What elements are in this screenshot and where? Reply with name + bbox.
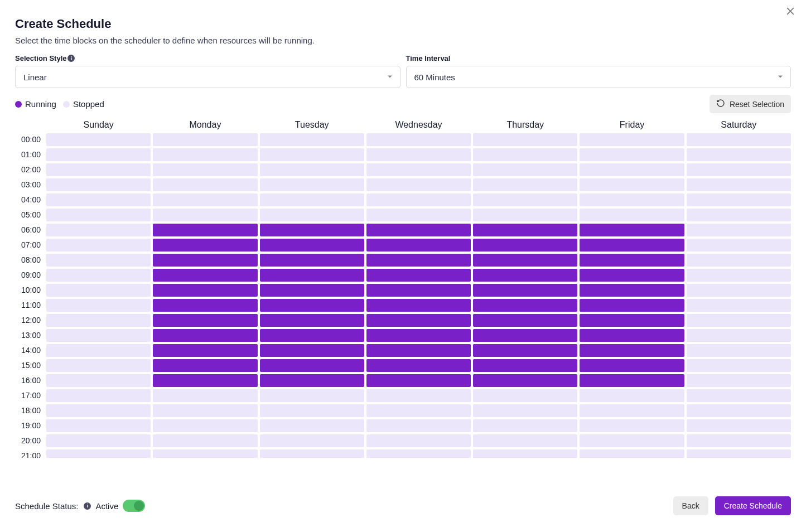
back-button[interactable]: Back: [673, 496, 708, 515]
schedule-cell[interactable]: [580, 178, 684, 191]
schedule-cell[interactable]: [580, 284, 684, 297]
schedule-cell[interactable]: [687, 374, 791, 387]
schedule-cell[interactable]: [46, 163, 151, 176]
schedule-cell[interactable]: [366, 389, 471, 402]
schedule-cell[interactable]: [46, 419, 151, 432]
schedule-cell[interactable]: [153, 194, 257, 206]
schedule-cell[interactable]: [46, 344, 151, 357]
close-button[interactable]: [785, 6, 798, 19]
schedule-cell[interactable]: [46, 449, 151, 458]
schedule-cell[interactable]: [687, 284, 791, 297]
selection-style-select[interactable]: Linear: [15, 66, 400, 88]
schedule-cell[interactable]: [260, 178, 364, 191]
schedule-cell[interactable]: [580, 389, 684, 402]
schedule-cell[interactable]: [580, 419, 684, 432]
schedule-cell[interactable]: [473, 209, 577, 221]
schedule-cell[interactable]: [260, 133, 364, 146]
schedule-cell[interactable]: [153, 209, 257, 221]
schedule-cell[interactable]: [366, 269, 471, 282]
schedule-cell[interactable]: [153, 269, 257, 282]
schedule-cell[interactable]: [580, 299, 684, 312]
schedule-cell[interactable]: [473, 148, 577, 161]
schedule-cell[interactable]: [687, 194, 791, 206]
schedule-cell[interactable]: [473, 254, 577, 267]
schedule-cell[interactable]: [153, 254, 257, 267]
schedule-cell[interactable]: [46, 254, 151, 267]
schedule-cell[interactable]: [366, 374, 471, 387]
schedule-cell[interactable]: [687, 434, 791, 447]
schedule-cell[interactable]: [580, 148, 684, 161]
schedule-cell[interactable]: [580, 434, 684, 447]
schedule-cell[interactable]: [260, 194, 364, 206]
schedule-cell[interactable]: [366, 359, 471, 372]
info-icon[interactable]: i: [84, 502, 91, 510]
schedule-cell[interactable]: [687, 254, 791, 267]
schedule-cell[interactable]: [580, 344, 684, 357]
schedule-cell[interactable]: [687, 133, 791, 146]
schedule-cell[interactable]: [153, 224, 257, 236]
schedule-cell[interactable]: [580, 239, 684, 252]
schedule-cell[interactable]: [473, 434, 577, 447]
schedule-cell[interactable]: [687, 359, 791, 372]
schedule-cell[interactable]: [366, 449, 471, 458]
schedule-cell[interactable]: [580, 209, 684, 221]
schedule-cell[interactable]: [153, 419, 257, 432]
schedule-cell[interactable]: [366, 284, 471, 297]
schedule-cell[interactable]: [260, 329, 364, 342]
schedule-cell[interactable]: [260, 254, 364, 267]
schedule-cell[interactable]: [153, 449, 257, 458]
schedule-cell[interactable]: [473, 449, 577, 458]
schedule-cell[interactable]: [46, 314, 151, 327]
schedule-cell[interactable]: [260, 434, 364, 447]
schedule-cell[interactable]: [473, 329, 577, 342]
schedule-cell[interactable]: [687, 389, 791, 402]
schedule-cell[interactable]: [687, 209, 791, 221]
schedule-cell[interactable]: [46, 269, 151, 282]
schedule-cell[interactable]: [473, 404, 577, 417]
schedule-cell[interactable]: [473, 284, 577, 297]
schedule-cell[interactable]: [153, 163, 257, 176]
schedule-cell[interactable]: [46, 404, 151, 417]
schedule-cell[interactable]: [366, 239, 471, 252]
schedule-cell[interactable]: [260, 209, 364, 221]
schedule-cell[interactable]: [366, 148, 471, 161]
schedule-cell[interactable]: [366, 209, 471, 221]
schedule-cell[interactable]: [687, 404, 791, 417]
schedule-cell[interactable]: [260, 239, 364, 252]
schedule-cell[interactable]: [580, 254, 684, 267]
schedule-cell[interactable]: [46, 194, 151, 206]
schedule-cell[interactable]: [687, 314, 791, 327]
schedule-cell[interactable]: [473, 178, 577, 191]
schedule-cell[interactable]: [366, 133, 471, 146]
schedule-cell[interactable]: [580, 163, 684, 176]
schedule-cell[interactable]: [366, 434, 471, 447]
schedule-cell[interactable]: [687, 224, 791, 236]
schedule-cell[interactable]: [580, 449, 684, 458]
schedule-cell[interactable]: [687, 329, 791, 342]
schedule-cell[interactable]: [153, 299, 257, 312]
schedule-cell[interactable]: [260, 344, 364, 357]
schedule-cell[interactable]: [687, 269, 791, 282]
schedule-cell[interactable]: [473, 269, 577, 282]
schedule-cell[interactable]: [580, 194, 684, 206]
schedule-cell[interactable]: [687, 148, 791, 161]
schedule-cell[interactable]: [46, 148, 151, 161]
info-icon[interactable]: i: [67, 55, 75, 62]
schedule-cell[interactable]: [153, 344, 257, 357]
schedule-cell[interactable]: [366, 314, 471, 327]
schedule-cell[interactable]: [46, 224, 151, 236]
schedule-cell[interactable]: [260, 389, 364, 402]
schedule-cell[interactable]: [473, 344, 577, 357]
schedule-cell[interactable]: [260, 284, 364, 297]
schedule-cell[interactable]: [153, 389, 257, 402]
schedule-cell[interactable]: [473, 359, 577, 372]
schedule-cell[interactable]: [153, 133, 257, 146]
schedule-status-toggle[interactable]: [123, 500, 145, 512]
schedule-cell[interactable]: [580, 404, 684, 417]
schedule-cell[interactable]: [260, 269, 364, 282]
schedule-cell[interactable]: [473, 224, 577, 236]
schedule-cell[interactable]: [260, 419, 364, 432]
schedule-cell[interactable]: [580, 224, 684, 236]
schedule-cell[interactable]: [366, 178, 471, 191]
create-schedule-button[interactable]: Create Schedule: [715, 496, 791, 515]
